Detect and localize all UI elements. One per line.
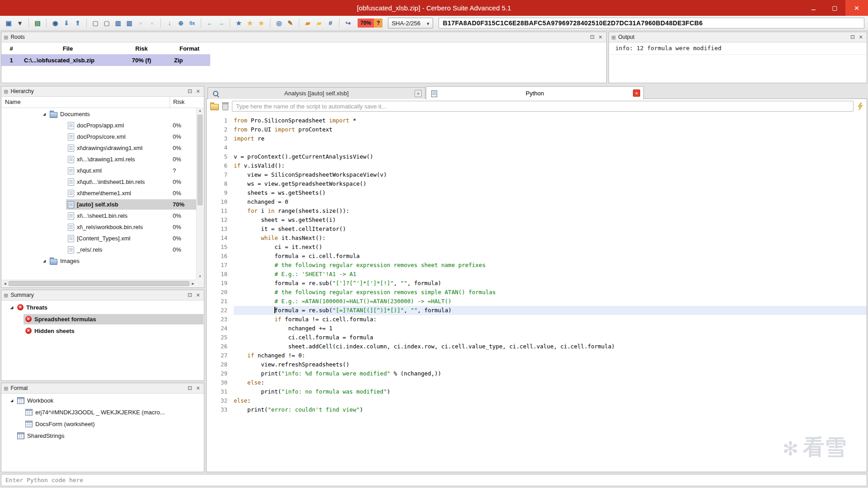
- select-region2-icon[interactable]: ▫: [147, 18, 157, 28]
- code-line[interactable]: 32else:: [207, 396, 867, 405]
- edit-icon[interactable]: ✎: [285, 18, 295, 28]
- hierarchy-item[interactable]: docProps/app.xml0%: [2, 120, 196, 131]
- code-line[interactable]: 1from Pro.SiliconSpreadsheet import *: [207, 116, 867, 125]
- close-icon[interactable]: [633, 89, 640, 97]
- code-line[interactable]: 7 view = SiliconSpreadsheetWorkspaceView…: [207, 170, 867, 179]
- code-line[interactable]: 22 formula = re.sub("[=]?ATAN[(][^)]*[)]…: [207, 306, 867, 315]
- bookmark-gold2-icon[interactable]: ★: [256, 18, 266, 28]
- format-item[interactable]: ◢Workbook: [2, 394, 203, 406]
- select-region-icon[interactable]: ▫: [136, 18, 146, 28]
- code-editor[interactable]: 1from Pro.SiliconSpreadsheet import *2fr…: [207, 113, 867, 472]
- script-name-input[interactable]: [232, 101, 854, 112]
- float-icon[interactable]: [186, 291, 193, 299]
- hash-value-field[interactable]: B17FA8AD0F315C1C6E28BAFC5A97969728402510…: [439, 18, 865, 28]
- scroll-left-icon[interactable]: ◀: [2, 280, 8, 287]
- code-line[interactable]: 26 sheet.addCell(ci.index.column, ci.ind…: [207, 342, 867, 351]
- code-line[interactable]: 28 view.refreshSpreadsheets(): [207, 360, 867, 369]
- format-item[interactable]: SharedStrings: [2, 430, 203, 441]
- float-icon[interactable]: [186, 385, 193, 392]
- web-icon[interactable]: ◉: [50, 18, 60, 28]
- horizontal-scrollbar[interactable]: ◀ ▶: [2, 280, 196, 287]
- hierarchy-item[interactable]: ◢Images: [2, 255, 196, 267]
- code-line[interactable]: 33 print("error: couldn't find view"): [207, 405, 867, 414]
- hierarchy-item[interactable]: docProps/core.xml0%: [2, 131, 196, 142]
- column-header[interactable]: #: [1, 45, 21, 52]
- scroll-right-icon[interactable]: ▶: [190, 280, 196, 287]
- code-line[interactable]: 24 nchanged += 1: [207, 324, 867, 333]
- entropy-chart-icon[interactable]: ▰: [303, 18, 313, 28]
- scroll-down-icon[interactable]: ▼: [197, 273, 203, 280]
- import-icon[interactable]: ⇓: [61, 18, 71, 28]
- code-line[interactable]: 9 sheets = ws.getSheets(): [207, 188, 867, 197]
- summary-item[interactable]: ◢Threats: [2, 301, 203, 313]
- python-console-input[interactable]: [1, 474, 867, 486]
- scroll-up-icon[interactable]: ▲: [197, 108, 203, 114]
- goto-offset-icon[interactable]: ↓: [165, 18, 175, 28]
- code-line[interactable]: 12 sheet = ws.getSheet(i): [207, 216, 867, 225]
- code-line[interactable]: 14 while it.hasNext():: [207, 234, 867, 243]
- export-icon[interactable]: ⇑: [73, 18, 83, 28]
- table-row[interactable]: 1 C:\...\obfuscated_xlsb.zip 70% (f) Zip: [1, 54, 210, 66]
- hierarchy-item[interactable]: [Content_Types].xml0%: [2, 233, 196, 244]
- close-icon[interactable]: [194, 291, 202, 299]
- vertical-scrollbar[interactable]: ▲ ▼: [196, 108, 203, 280]
- format-item[interactable]: erj74^#MNDKJ3OODL _ WEKJKJERKE (macro...: [2, 406, 203, 418]
- column-header[interactable]: Format: [169, 45, 210, 52]
- close-button[interactable]: [845, 0, 868, 16]
- search-icon[interactable]: ◎: [274, 18, 284, 28]
- code-line[interactable]: 18 # E.g.: 'SHEET'!A1 -> A1: [207, 270, 867, 279]
- maximize-button[interactable]: [824, 0, 845, 16]
- code-line[interactable]: 6if v.isValid():: [207, 161, 867, 170]
- view-monitor-icon[interactable]: ▥: [113, 18, 123, 28]
- close-icon[interactable]: [194, 385, 202, 392]
- trash-icon[interactable]: [222, 104, 228, 110]
- hex-search-icon[interactable]: 0x: [187, 18, 197, 28]
- close-icon[interactable]: [194, 88, 202, 95]
- zoom-in-icon[interactable]: ⊕: [176, 18, 186, 28]
- code-line[interactable]: 23 if formula != ci.cell.formula:: [207, 315, 867, 324]
- save-menu-arrow-icon[interactable]: ▾: [15, 18, 25, 28]
- hierarchy-item[interactable]: xl\_rels\workbook.bin.rels0%: [2, 221, 196, 233]
- column-header[interactable]: Risk: [114, 45, 169, 52]
- summary-item[interactable]: Spreadsheet formulas: [2, 313, 203, 325]
- expander-icon[interactable]: ◢: [8, 399, 15, 403]
- risk-help-badge[interactable]: ?: [374, 19, 382, 28]
- layout-single-icon[interactable]: ▢: [90, 18, 100, 28]
- code-line[interactable]: 15 ci = it.next(): [207, 243, 867, 252]
- save-icon[interactable]: ▣: [4, 18, 14, 28]
- bookmark-gold-icon[interactable]: ★: [245, 18, 255, 28]
- code-line[interactable]: 13 it = sheet.cellIterator(): [207, 225, 867, 234]
- close-icon[interactable]: [857, 33, 864, 41]
- scrollbar-thumb[interactable]: [198, 115, 203, 205]
- float-icon[interactable]: [589, 33, 596, 41]
- open-folder-icon[interactable]: [210, 104, 219, 110]
- hierarchy-item[interactable]: _rels/.rels0%: [2, 244, 196, 255]
- hierarchy-item[interactable]: [auto] self.xlsb70%: [2, 199, 196, 210]
- scrollbar-thumb[interactable]: [9, 281, 189, 286]
- summary-item[interactable]: Hidden sheets: [2, 325, 203, 337]
- hierarchy-item[interactable]: ◢Documents: [2, 108, 196, 120]
- expander-icon[interactable]: ◢: [41, 259, 48, 263]
- hierarchy-item[interactable]: xl\...\drawing1.xml.rels0%: [2, 154, 196, 165]
- column-header[interactable]: Risk: [170, 97, 184, 108]
- column-header[interactable]: Name: [5, 97, 21, 108]
- code-line[interactable]: 19 formula = re.sub("[']?[^']*[']*[!]", …: [207, 279, 867, 288]
- minimize-button[interactable]: [803, 0, 824, 16]
- redirect-icon[interactable]: ↪: [343, 18, 353, 28]
- code-line[interactable]: 25 ci.cell.formula = formula: [207, 333, 867, 342]
- code-line[interactable]: 4: [207, 143, 867, 152]
- close-icon[interactable]: [597, 33, 604, 41]
- hierarchy-item[interactable]: xl\qut\...\intlsheet1.bin.rels0%: [2, 176, 196, 188]
- risk-badge[interactable]: 70%: [358, 19, 374, 28]
- float-icon[interactable]: [186, 88, 193, 95]
- view-monitor2-icon[interactable]: ▥: [124, 18, 134, 28]
- code-line[interactable]: 20 # the following regular expression re…: [207, 288, 867, 297]
- format-item[interactable]: DocsForm (worksheet): [2, 418, 203, 430]
- code-line[interactable]: 21 # E.g.: =ATAN(100000)=HALT()=ATAN(230…: [207, 297, 867, 306]
- bookmark-blue-icon[interactable]: ★: [234, 18, 244, 28]
- run-lightning-icon[interactable]: [857, 103, 863, 110]
- hierarchy-item[interactable]: xl\drawings\drawing1.xml0%: [2, 142, 196, 154]
- code-line[interactable]: 30 else:: [207, 378, 867, 387]
- code-line[interactable]: 29 print("info: %d formula were modified…: [207, 369, 867, 378]
- expander-icon[interactable]: ◢: [41, 112, 48, 116]
